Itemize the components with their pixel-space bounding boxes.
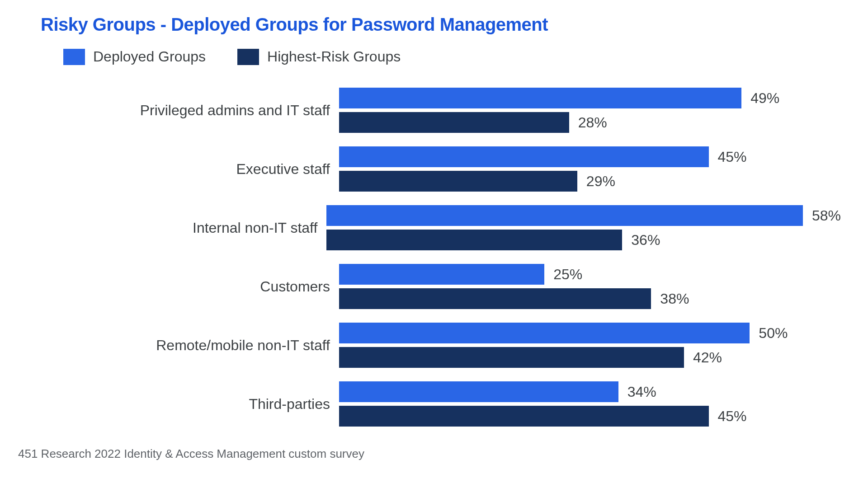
plot-area: Privileged admins and IT staff49%28%Exec… xyxy=(27,81,841,433)
value-label: 34% xyxy=(627,384,656,400)
chart-title: Risky Groups - Deployed Groups for Passw… xyxy=(41,14,841,35)
category-row: Remote/mobile non-IT staff50%42% xyxy=(27,316,841,375)
bar-line: 25% xyxy=(339,264,841,285)
bar xyxy=(339,406,709,427)
value-label: 42% xyxy=(693,349,722,366)
bar xyxy=(339,347,684,368)
value-label: 45% xyxy=(718,149,747,165)
bar-line: 49% xyxy=(339,88,841,108)
value-label: 45% xyxy=(718,408,747,425)
bar-line: 50% xyxy=(339,323,841,343)
bar-pair: 25%38% xyxy=(339,264,841,309)
bar xyxy=(326,230,622,250)
legend: Deployed Groups Highest-Risk Groups xyxy=(63,48,841,65)
value-label: 36% xyxy=(631,232,660,249)
bar-line: 34% xyxy=(339,381,841,402)
bar-line: 45% xyxy=(339,406,841,427)
category-row: Third-parties34%45% xyxy=(27,375,841,433)
category-label: Remote/mobile non-IT staff xyxy=(27,337,339,354)
category-label: Internal non-IT staff xyxy=(27,219,326,236)
bar-line: 29% xyxy=(339,171,841,192)
value-label: 29% xyxy=(586,173,615,190)
bar xyxy=(339,381,618,402)
value-label: 50% xyxy=(759,325,788,342)
chart-footnote: 451 Research 2022 Identity & Access Mana… xyxy=(18,447,841,461)
bar-pair: 49%28% xyxy=(339,88,841,133)
category-row: Executive staff45%29% xyxy=(27,140,841,198)
category-label: Customers xyxy=(27,278,339,295)
value-label: 49% xyxy=(750,90,779,107)
value-label: 28% xyxy=(578,114,607,131)
bar-pair: 50%42% xyxy=(339,323,841,368)
bar xyxy=(326,205,803,226)
category-row: Customers25%38% xyxy=(27,257,841,316)
category-row: Internal non-IT staff58%36% xyxy=(27,198,841,257)
legend-swatch xyxy=(63,49,85,65)
value-label: 58% xyxy=(812,207,841,224)
category-label: Third-parties xyxy=(27,395,339,413)
bar xyxy=(339,112,569,133)
legend-label: Highest-Risk Groups xyxy=(267,48,401,65)
chart-container: Risky Groups - Deployed Groups for Passw… xyxy=(0,0,868,488)
category-label: Executive staff xyxy=(27,160,339,178)
bar xyxy=(339,88,741,108)
bar-line: 36% xyxy=(326,230,841,250)
bar xyxy=(339,146,709,167)
legend-item-highest-risk: Highest-Risk Groups xyxy=(237,48,401,65)
legend-item-deployed: Deployed Groups xyxy=(63,48,206,65)
bar xyxy=(339,264,544,285)
legend-label: Deployed Groups xyxy=(93,48,206,65)
bar-pair: 58%36% xyxy=(326,205,841,250)
category-label: Privileged admins and IT staff xyxy=(27,102,339,119)
bar-line: 42% xyxy=(339,347,841,368)
bar-line: 58% xyxy=(326,205,841,226)
bar xyxy=(339,171,577,192)
bar-line: 45% xyxy=(339,146,841,167)
bar-pair: 45%29% xyxy=(339,146,841,192)
bar-line: 28% xyxy=(339,112,841,133)
bar-line: 38% xyxy=(339,288,841,309)
value-label: 38% xyxy=(660,291,689,307)
category-row: Privileged admins and IT staff49%28% xyxy=(27,81,841,140)
legend-swatch xyxy=(237,49,259,65)
bar xyxy=(339,323,750,343)
bar xyxy=(339,288,651,309)
bar-pair: 34%45% xyxy=(339,381,841,427)
value-label: 25% xyxy=(553,266,582,283)
